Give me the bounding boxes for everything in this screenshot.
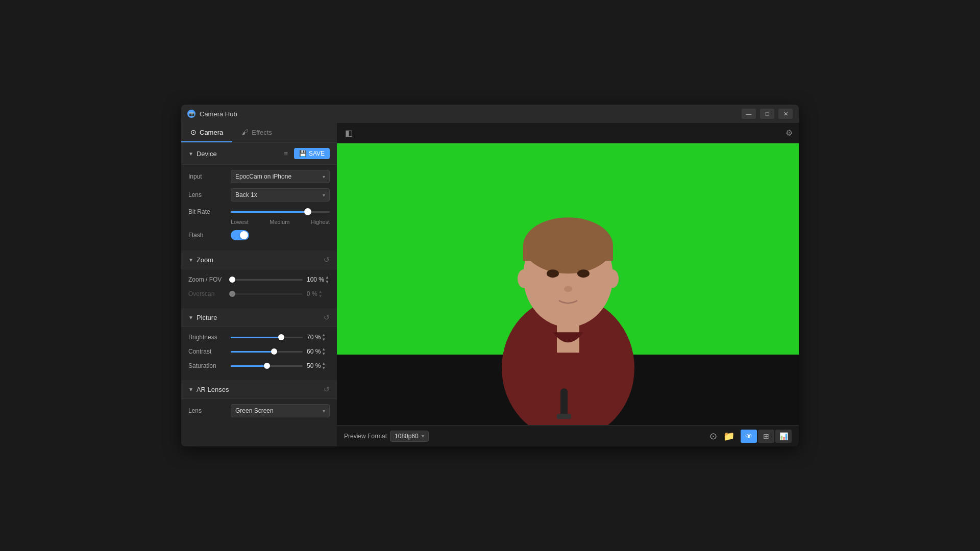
flash-toggle[interactable] (231, 230, 249, 240)
lens-dropdown[interactable]: Back 1x ▾ (231, 188, 330, 202)
save-icon: 💾 (299, 150, 307, 157)
picture-section-header[interactable]: ▼ Picture ↺ (181, 308, 337, 327)
bitrate-section: Bit Rate Lowest Medium Highest (188, 207, 330, 225)
saturation-thumb[interactable] (264, 363, 270, 369)
lens-dropdown-arrow: ▾ (323, 192, 325, 198)
minimize-button[interactable]: — (742, 109, 756, 119)
device-sort-button[interactable]: ≡ (282, 148, 290, 159)
contrast-value: 60 % (307, 348, 321, 355)
tab-effects[interactable]: 🖌 Effects (232, 123, 281, 142)
saturation-slider[interactable] (231, 361, 303, 371)
settings-button[interactable]: ⚙ (786, 128, 793, 138)
overscan-value: 0 % (307, 290, 317, 297)
overscan-slider[interactable] (231, 289, 303, 299)
titlebar: 📷 Camera Hub — □ ✕ (181, 105, 799, 123)
preview-format-value: 1080p60 (395, 433, 419, 440)
saturation-spinners: ▲ ▼ (322, 362, 326, 370)
saturation-label: Saturation (188, 362, 227, 369)
zoom-fov-up-button[interactable]: ▲ (325, 276, 329, 280)
zoom-fov-value-display: 100 % ▲ ▼ (307, 276, 330, 284)
ar-lenses-reset-button[interactable]: ↺ (324, 385, 330, 393)
zoom-section-header[interactable]: ▼ Zoom ↺ (181, 251, 337, 269)
panel-toggle-button[interactable]: ◧ (343, 126, 355, 140)
bitrate-thumb[interactable] (304, 208, 311, 215)
device-section-header[interactable]: ▼ Device ≡ 💾 SAVE (181, 143, 337, 165)
screenshot-button[interactable]: ⊙ (709, 431, 717, 442)
overscan-up-button[interactable]: ▲ (318, 290, 323, 294)
sidebar: ⊙ Camera 🖌 Effects ▼ Device ≡ 💾 (181, 123, 337, 446)
brightness-label: Brightness (188, 334, 227, 341)
zoom-fov-slider[interactable] (231, 274, 303, 285)
preview-actions: ⊙ 📁 👁 ⊞ 📊 (709, 430, 792, 443)
contrast-slider[interactable] (231, 346, 303, 357)
zoom-section: ▼ Zoom ↺ Zoom / FOV (181, 251, 337, 308)
folder-button[interactable]: 📁 (723, 431, 734, 442)
brightness-spinners: ▲ ▼ (322, 333, 326, 342)
input-dropdown[interactable]: EpocCam on iPhone ▾ (231, 170, 330, 183)
device-section: ▼ Device ≡ 💾 SAVE Input (181, 143, 337, 251)
ar-lens-value: Green Screen (235, 407, 274, 414)
overscan-label: Overscan (188, 290, 227, 297)
picture-reset-button[interactable]: ↺ (324, 313, 330, 321)
zoom-section-title: Zoom (197, 256, 321, 264)
brightness-row: Brightness 70 % ▲ ▼ (188, 332, 330, 342)
tab-camera[interactable]: ⊙ Camera (181, 123, 232, 142)
contrast-thumb[interactable] (271, 348, 277, 355)
brightness-down-button[interactable]: ▼ (322, 338, 326, 342)
main-content: ⊙ Camera 🖌 Effects ▼ Device ≡ 💾 (181, 123, 799, 446)
app-window: 📷 Camera Hub — □ ✕ ⊙ Camera 🖌 Effects (181, 105, 799, 446)
contrast-row: Contrast 60 % ▲ ▼ (188, 346, 330, 357)
bitrate-labels: Lowest Medium Highest (188, 219, 330, 225)
ar-lens-row: Lens Green Screen ▾ (188, 404, 330, 417)
picture-collapse-arrow: ▼ (188, 315, 193, 320)
view-grid-button[interactable]: ⊞ (758, 430, 774, 443)
bitrate-fill (231, 211, 308, 213)
view-levels-button[interactable]: 📊 (775, 430, 792, 443)
contrast-up-button[interactable]: ▲ (322, 347, 326, 352)
zoom-fov-thumb[interactable] (229, 277, 235, 283)
view-eye-button[interactable]: 👁 (741, 430, 757, 443)
input-row: Input EpocCam on iPhone ▾ (188, 170, 330, 183)
preview-format-dropdown[interactable]: 1080p60 ▾ (390, 431, 429, 442)
ar-lens-dropdown[interactable]: Green Screen ▾ (231, 404, 330, 417)
zoom-reset-button[interactable]: ↺ (324, 256, 330, 264)
svg-point-5 (577, 269, 590, 278)
lens-row: Lens Back 1x ▾ (188, 188, 330, 202)
contrast-down-button[interactable]: ▼ (322, 352, 326, 356)
brightness-thumb[interactable] (278, 334, 284, 340)
zoom-section-body: Zoom / FOV 100 % ▲ ▼ (181, 269, 337, 308)
input-label: Input (188, 173, 227, 180)
save-button[interactable]: 💾 SAVE (294, 148, 330, 159)
person-silhouette (481, 158, 655, 425)
camera-tab-icon: ⊙ (190, 128, 197, 136)
saturation-down-button[interactable]: ▼ (322, 366, 326, 370)
ar-lenses-section-header[interactable]: ▼ AR Lenses ↺ (181, 380, 337, 399)
saturation-up-button[interactable]: ▲ (322, 362, 326, 366)
zoom-fov-value: 100 % (307, 276, 324, 283)
zoom-fov-spinners: ▲ ▼ (325, 276, 329, 284)
bitrate-slider[interactable] (231, 207, 330, 217)
svg-point-8 (606, 269, 619, 288)
ar-lens-label: Lens (188, 407, 227, 414)
preview-format-arrow: ▾ (422, 433, 424, 439)
zoom-fov-track (231, 279, 303, 281)
contrast-label: Contrast (188, 348, 227, 355)
bitrate-label-medium: Medium (270, 219, 289, 225)
picture-section: ▼ Picture ↺ Brightness (181, 308, 337, 380)
overscan-thumb[interactable] (229, 291, 235, 297)
ar-lenses-section-body: Lens Green Screen ▾ (181, 399, 337, 428)
input-value: EpocCam on iPhone (235, 173, 291, 180)
app-icon: 📷 (187, 110, 195, 118)
overscan-down-button[interactable]: ▼ (318, 294, 323, 298)
svg-point-6 (564, 286, 572, 292)
maximize-button[interactable]: □ (760, 109, 774, 119)
brightness-up-button[interactable]: ▲ (322, 333, 326, 337)
saturation-value: 50 % (307, 362, 321, 369)
brightness-slider[interactable] (231, 332, 303, 342)
close-button[interactable]: ✕ (778, 109, 793, 119)
contrast-spinners: ▲ ▼ (322, 347, 326, 356)
contrast-value-display: 60 % ▲ ▼ (307, 347, 330, 356)
zoom-fov-down-button[interactable]: ▼ (325, 280, 329, 284)
brightness-value-display: 70 % ▲ ▼ (307, 333, 330, 342)
effects-tab-label: Effects (252, 129, 272, 136)
